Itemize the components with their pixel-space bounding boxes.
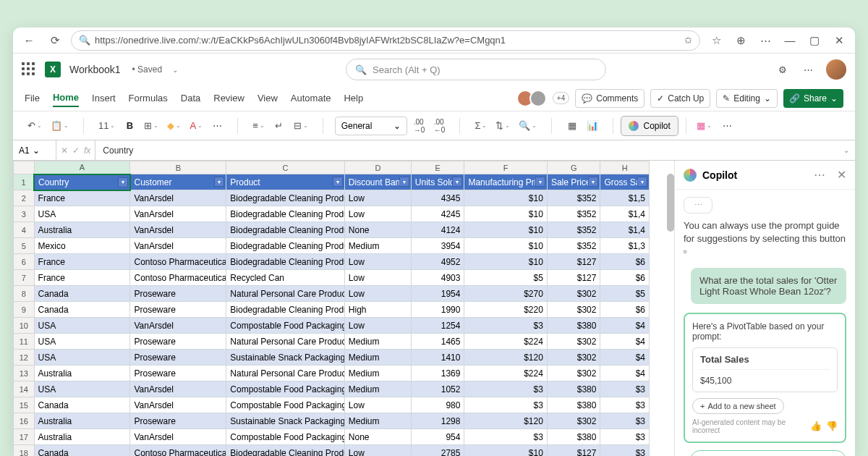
cell[interactable]: $1,4 xyxy=(600,222,650,238)
thumbs-up-icon[interactable]: 👍 xyxy=(810,421,822,431)
merge-button[interactable]: ⊟⌄ xyxy=(291,117,311,135)
decrease-decimal-button[interactable]: .00→0 xyxy=(410,117,427,135)
column-header-F[interactable]: F xyxy=(464,161,547,174)
tab-view[interactable]: View xyxy=(258,90,278,106)
minimize-button[interactable]: — xyxy=(780,30,800,51)
filter-icon[interactable]: ▾ xyxy=(452,177,462,187)
cell[interactable]: $380 xyxy=(547,397,600,413)
row-header[interactable]: 2 xyxy=(14,190,35,206)
cell[interactable]: Contoso Pharmaceuticals xyxy=(130,254,226,270)
number-format-select[interactable]: General⌄ xyxy=(335,117,408,135)
cell[interactable]: Medium xyxy=(344,381,411,397)
cell[interactable]: Low xyxy=(344,206,411,222)
cell[interactable]: Medium xyxy=(344,366,411,381)
cell[interactable]: $302 xyxy=(547,286,600,302)
more-options-icon[interactable]: ⋯ xyxy=(800,60,817,79)
cell[interactable]: $3 xyxy=(600,381,650,397)
row-header-1[interactable]: 1 xyxy=(14,174,35,190)
cell[interactable]: $380 xyxy=(547,318,600,334)
cell[interactable]: Medium xyxy=(344,334,411,350)
more-icon[interactable]: ⋯ xyxy=(755,30,775,51)
row-header[interactable]: 16 xyxy=(14,413,35,429)
cell[interactable]: $3 xyxy=(464,318,547,334)
cell[interactable]: $1,3 xyxy=(600,238,650,254)
column-header-D[interactable]: D xyxy=(344,161,411,174)
row-header[interactable]: 6 xyxy=(14,254,35,270)
cell[interactable]: $3 xyxy=(600,413,650,429)
filter-icon[interactable]: ▾ xyxy=(637,177,647,187)
cell[interactable]: $302 xyxy=(547,413,600,429)
cell[interactable]: Canada xyxy=(34,397,130,413)
cell[interactable]: Natural Personal Care Products xyxy=(226,334,345,350)
row-header[interactable]: 14 xyxy=(14,381,35,397)
table-header-cell[interactable]: Manufacturing Price▾ xyxy=(464,174,547,190)
thumbs-down-icon[interactable]: 👎 xyxy=(826,421,838,431)
address-bar[interactable]: 🔍 https://onedrive.live.com/:w:/t/EaCKkP… xyxy=(71,30,700,51)
cell[interactable]: Low xyxy=(344,318,411,334)
cell[interactable]: Biodegradable Cleaning Products xyxy=(226,254,345,270)
table-row[interactable]: 18CanadaContoso PharmaceuticalsBiodegrad… xyxy=(14,445,650,457)
cell[interactable]: Recycled Can xyxy=(226,270,345,286)
tab-home[interactable]: Home xyxy=(53,89,79,107)
pivot-button[interactable]: ▦ xyxy=(563,117,581,135)
cell[interactable]: $4 xyxy=(600,366,650,381)
cell[interactable]: $10 xyxy=(464,190,547,206)
cell[interactable]: $3 xyxy=(600,445,650,457)
suggestion-chip[interactable]: Are there any outliers in my data? ▫ xyxy=(690,450,846,456)
increase-decimal-button[interactable]: .00←0 xyxy=(430,117,448,135)
tab-data[interactable]: Data xyxy=(181,90,200,106)
cell[interactable]: Contoso Pharmaceuticals xyxy=(130,270,226,286)
cell[interactable]: Proseware xyxy=(130,286,226,302)
cell[interactable]: $3 xyxy=(600,397,650,413)
filter-icon[interactable]: ▾ xyxy=(214,177,224,187)
table-header-cell[interactable]: Sale Price▾ xyxy=(547,174,600,190)
row-header[interactable]: 10 xyxy=(14,318,35,334)
cell[interactable]: $3 xyxy=(464,429,547,445)
name-box[interactable]: A1⌄ xyxy=(13,140,56,160)
cell[interactable]: Low xyxy=(344,190,411,206)
cell[interactable]: 3954 xyxy=(411,238,464,254)
table-row[interactable]: 12USAProsewareSustainable Snack Packagin… xyxy=(14,350,650,366)
app-launcher-icon[interactable] xyxy=(22,62,36,77)
cell[interactable]: None xyxy=(344,222,411,238)
cell[interactable]: USA xyxy=(34,334,130,350)
user-avatar[interactable] xyxy=(826,59,846,80)
cell[interactable]: 1254 xyxy=(411,318,464,334)
font-size-input[interactable]: 11⌄ xyxy=(95,117,118,135)
cell[interactable]: Low xyxy=(344,397,411,413)
cell[interactable]: VanArsdel xyxy=(130,429,226,445)
cell[interactable]: 4245 xyxy=(411,206,464,222)
cell[interactable]: Medium xyxy=(344,413,411,429)
table-header-cell[interactable]: Discount Band▾ xyxy=(344,174,411,190)
cell[interactable]: Mexico xyxy=(34,238,130,254)
cell[interactable]: Compostable Food Packaging xyxy=(226,397,345,413)
cell[interactable]: $1,4 xyxy=(600,206,650,222)
cell[interactable]: Australia xyxy=(34,366,130,381)
cell[interactable]: Australia xyxy=(34,429,130,445)
editing-mode-button[interactable]: ✎ Editing ⌄ xyxy=(716,89,778,108)
cell[interactable]: France xyxy=(34,254,130,270)
cell[interactable]: $120 xyxy=(464,350,547,366)
cell[interactable]: $10 xyxy=(464,445,547,457)
cell[interactable]: 1052 xyxy=(411,381,464,397)
table-row[interactable]: 5MexicoVanArsdelBiodegradable Cleaning P… xyxy=(14,238,650,254)
tab-review[interactable]: Review xyxy=(213,90,244,106)
cell[interactable]: $302 xyxy=(547,334,600,350)
cell[interactable]: Low xyxy=(344,254,411,270)
cell[interactable]: Natural Personal Care Products xyxy=(226,366,345,381)
collections-icon[interactable]: ⊕ xyxy=(731,30,751,51)
table-header-cell[interactable]: Customer▾ xyxy=(130,174,226,190)
filter-icon[interactable]: ▾ xyxy=(333,177,343,187)
paste-button[interactable]: 📋⌄ xyxy=(48,117,72,135)
cell[interactable]: Medium xyxy=(344,350,411,366)
cell[interactable]: $5 xyxy=(464,270,547,286)
cell[interactable]: USA xyxy=(34,381,130,397)
comments-button[interactable]: 💬 Comments xyxy=(575,89,644,108)
cell[interactable]: USA xyxy=(34,318,130,334)
cell[interactable]: Sustainable Snack Packaging xyxy=(226,350,345,366)
cell[interactable]: 1410 xyxy=(411,350,464,366)
cell[interactable]: $4 xyxy=(600,350,650,366)
back-button[interactable]: ← xyxy=(19,30,39,51)
tab-automate[interactable]: Automate xyxy=(291,90,331,106)
table-row[interactable]: 7FranceContoso PharmaceuticalsRecycled C… xyxy=(14,270,650,286)
